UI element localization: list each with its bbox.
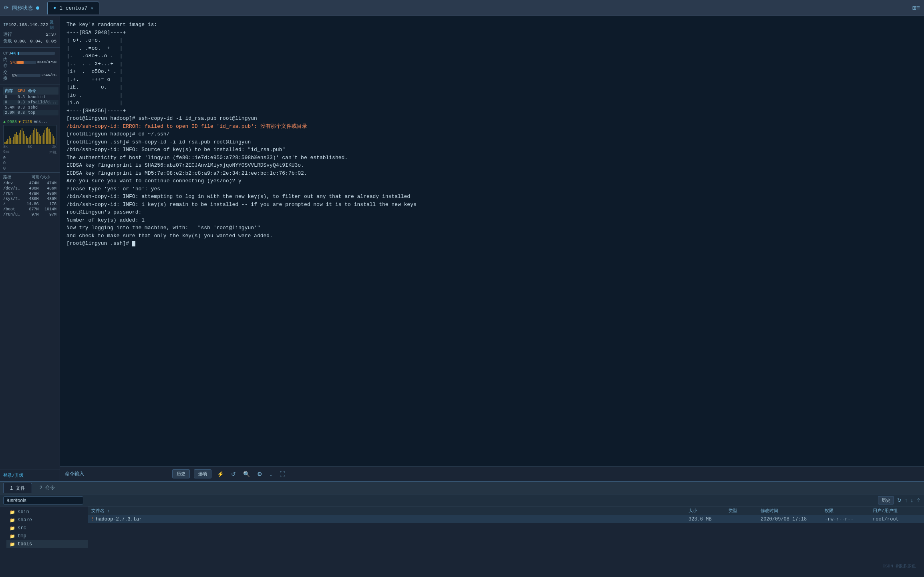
command-input[interactable] [88, 471, 168, 477]
tab-centos7[interactable]: ● 1 centos7 ✕ [47, 2, 99, 14]
chart-bar-item [42, 135, 43, 144]
chart-bar-item [34, 128, 36, 144]
copy-button[interactable]: 复制 [50, 19, 56, 30]
terminal-line: +----[SHA256]-----+ [66, 107, 918, 115]
top-bar: ⟳ 同步状态 ● 1 centos7 ✕ ⊞≡ [0, 0, 924, 16]
process-row: 5.4M 0.3 sshd [3, 105, 58, 110]
terminal-toolbar: 命令输入 历史 选项 ⚡ ↺ 🔍 ⚙ ↓ ⛶ [60, 466, 924, 481]
disk-row: / 14.8G 17G [3, 202, 56, 207]
path-input[interactable] [3, 496, 83, 504]
terminal[interactable]: The key's randomart image is:+---[RSA 20… [60, 16, 924, 466]
disk-row: /dev 474M 474M [3, 181, 56, 186]
expand-icon[interactable]: ⛶ [278, 470, 287, 478]
swap-value: 0% [12, 73, 17, 78]
proc-cpu: 0.3 [16, 105, 26, 110]
chart-bar-item [30, 135, 31, 144]
sidebar-bottom: 登录/升级 [0, 470, 60, 481]
watermark: CSDN @饭多多鱼 [882, 563, 916, 569]
tab-files[interactable]: 1 文件 [3, 483, 32, 493]
swap-detail: 264K/2G [41, 73, 56, 77]
options-button[interactable]: 选项 [194, 469, 211, 478]
disk-size: 474M [40, 181, 56, 186]
terminal-line: |. .o8o+..o . | [66, 52, 918, 60]
tree-label-share: share [18, 517, 32, 523]
chart-bar-item [54, 138, 56, 144]
mem-value: 34% [10, 61, 17, 65]
net-ms: 0ms [3, 150, 10, 155]
terminal-line: /bin/ssh-copy-id: INFO: 1 key(s) remain … [66, 201, 918, 209]
terminal-line: |.+. +++= o | [66, 76, 918, 84]
load-value: 0.00, 0.04, 0.05 [14, 39, 56, 44]
chart-bar-item [44, 130, 46, 144]
tree-item-src[interactable]: 📁 src [6, 524, 88, 532]
sidebar-network: ▲ 9988 ▼ 7128 ens... 8K 5K 2K 0ms 本机 0 0 [0, 118, 60, 173]
chart-bar-item [4, 142, 6, 144]
header-size: 大小 [688, 508, 729, 514]
chart-bar-item [52, 134, 53, 144]
folder-icon: 📁 [10, 526, 15, 531]
proc-cmd: sshd [26, 105, 58, 110]
swap-bar-container [17, 74, 40, 77]
file-name: !hadoop-2.7.3.tar [91, 516, 688, 522]
disk-avail: 474M [22, 181, 38, 186]
tab-commands[interactable]: 2 命令 [33, 483, 61, 493]
header-date: 修改时间 [761, 508, 825, 514]
login-upgrade-link[interactable]: 登录/升级 [3, 473, 24, 478]
disk-size: 486M [40, 197, 56, 201]
file-history-button[interactable]: 历史 [878, 496, 894, 504]
chart-bar-item [43, 133, 44, 144]
sidebar-system-info: IP 192.168.149.222 复制 运行 2:37 负载 0.00, 0… [0, 16, 60, 48]
history-button[interactable]: 历史 [172, 469, 190, 478]
file-perm: -rw-r--r-- [825, 516, 873, 522]
tree-item-tmp[interactable]: 📁 tmp [6, 532, 88, 540]
lightning-icon[interactable]: ⚡ [215, 470, 225, 478]
disk-row: /sys/fs/... 486M 486M [3, 196, 56, 202]
file-up-icon[interactable]: ↑ [905, 497, 908, 503]
terminal-line: ECDSA key fingerprint is MD5:7e:08:e2:b2… [66, 169, 918, 178]
disk-avail: 14.8G [22, 202, 38, 206]
grid-icon[interactable]: ⊞≡ [912, 4, 920, 12]
file-row-hadoop[interactable]: !hadoop-2.7.3.tar 323.6 MB 2020/09/08 17… [88, 515, 924, 524]
chart-bar-item [9, 136, 10, 144]
net-header: ▲ 9988 ▼ 7128 ens... [3, 120, 56, 124]
download-icon[interactable]: ↓ [268, 470, 274, 478]
disk-path: /run/us... [3, 212, 21, 217]
ip-row: IP 192.168.149.222 复制 [3, 19, 56, 30]
chart-bar-item [10, 138, 11, 144]
terminal-line: Are you sure you want to continue connec… [66, 177, 918, 185]
file-toolbar-right: 历史 ↻ ↑ ↓ ⇧ [878, 496, 921, 504]
disk-avail: 486M [22, 197, 38, 201]
refresh-icon[interactable]: ↺ [229, 470, 238, 478]
folder-icon: 📁 [10, 534, 15, 539]
disk-size: 17G [40, 202, 56, 206]
file-refresh-icon[interactable]: ↻ [897, 497, 902, 503]
file-upload-icon[interactable]: ⇧ [916, 497, 921, 503]
net-label-8k: 8K [3, 145, 8, 149]
search-icon[interactable]: 🔍 [242, 470, 252, 478]
proc-cmd: kauditd [26, 95, 58, 100]
load-label: 负载 [3, 38, 12, 44]
chart-bar-item [17, 135, 18, 144]
swap-label: 交换 [3, 69, 12, 81]
chart-bar-item [32, 133, 33, 144]
chart-bar-item [27, 138, 28, 144]
cpu-bar [18, 52, 19, 55]
tree-item-tools[interactable]: 📁 tools [6, 540, 88, 548]
chart-bars [4, 125, 56, 145]
terminal-line: /bin/ssh-copy-id: INFO: attempting to lo… [66, 193, 918, 201]
tab-close-button[interactable]: ✕ [91, 6, 93, 11]
terminal-wrapper: The key's randomart image is:+---[RSA 20… [60, 16, 924, 481]
proc-mem: 0 [3, 95, 16, 100]
tree-item-sbin[interactable]: 📁 sbin [6, 508, 88, 516]
terminal-line: The authenticity of host 'lingyun (fe80:… [66, 154, 918, 162]
file-download-icon[interactable]: ↓ [911, 497, 914, 503]
terminal-line: +---[RSA 2048]----+ [66, 29, 918, 37]
sync-dot [36, 6, 39, 10]
tree-item-share[interactable]: 📁 share [6, 516, 88, 524]
proc-mem: 2.9M [3, 110, 16, 115]
disk-path: /run [3, 192, 21, 196]
command-input-label: 命令输入 [65, 470, 84, 477]
gear-icon[interactable]: ⚙ [256, 470, 264, 478]
chart-bar-item [6, 141, 7, 144]
file-date: 2020/09/08 17:18 [761, 516, 825, 522]
